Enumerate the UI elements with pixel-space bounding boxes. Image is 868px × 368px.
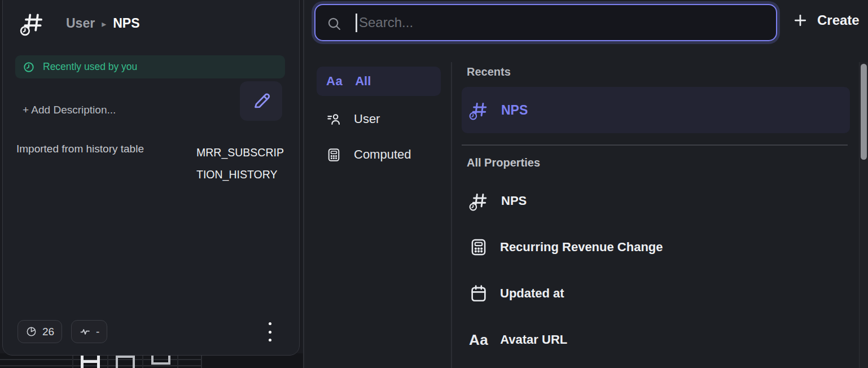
activity-icon bbox=[79, 326, 91, 338]
scrollbar-thumb[interactable] bbox=[861, 64, 867, 160]
column-icon bbox=[81, 356, 100, 368]
text-format-icon: Aa bbox=[326, 74, 343, 89]
tab-label: All bbox=[355, 74, 371, 89]
create-button-label: Create bbox=[817, 12, 860, 28]
table-line bbox=[107, 354, 108, 368]
calculator-icon bbox=[326, 147, 341, 163]
table-line bbox=[72, 354, 73, 368]
trend-chip[interactable]: - bbox=[71, 320, 107, 343]
tab-all[interactable]: Aa All bbox=[317, 67, 441, 96]
result-label: NPS bbox=[501, 194, 527, 208]
imported-from-label: Imported from history table bbox=[16, 143, 144, 155]
clock-icon bbox=[23, 61, 35, 73]
pie-chart-icon bbox=[25, 326, 37, 338]
scrollbar-track[interactable] bbox=[859, 62, 868, 368]
app-canvas: User ▸ NPS Recently used by you bbox=[0, 0, 868, 368]
text-aa-icon: Aa bbox=[469, 331, 488, 349]
add-description-button[interactable]: + Add Description... bbox=[23, 104, 116, 116]
card-header: User ▸ NPS bbox=[20, 10, 139, 36]
imported-table-value: MRR_SUBSCRIPTION_HISTORY bbox=[196, 142, 286, 186]
table-line bbox=[0, 365, 201, 366]
table-line bbox=[142, 354, 143, 368]
hash-clock-icon bbox=[20, 10, 46, 36]
column-icon bbox=[116, 356, 135, 368]
result-label: NPS bbox=[501, 103, 528, 118]
property-detail-card: User ▸ NPS Recently used by you bbox=[2, 0, 300, 356]
property-row-recurring-revenue-change[interactable]: Recurring Revenue Change bbox=[462, 233, 850, 262]
create-button[interactable]: Create bbox=[792, 12, 860, 29]
recently-used-label: Recently used by you bbox=[43, 61, 137, 73]
tab-user[interactable]: User bbox=[317, 104, 441, 134]
count-value: 26 bbox=[42, 326, 54, 338]
tabs-divider bbox=[451, 62, 452, 368]
calendar-icon bbox=[469, 284, 488, 303]
hash-clock-icon bbox=[469, 191, 489, 211]
breadcrumb-separator-icon: ▸ bbox=[102, 17, 106, 29]
result-label: Avatar URL bbox=[500, 332, 567, 347]
recent-item-nps[interactable]: NPS bbox=[462, 87, 850, 133]
search-input[interactable] bbox=[315, 5, 776, 40]
property-row-nps[interactable]: NPS bbox=[462, 186, 850, 216]
tab-label: User bbox=[354, 112, 380, 126]
property-search-modal: Create Aa All User bbox=[304, 0, 868, 368]
breadcrumb-current: NPS bbox=[113, 16, 139, 31]
pencil-icon bbox=[251, 91, 271, 111]
user-list-icon bbox=[326, 112, 341, 127]
search-bar bbox=[314, 4, 777, 41]
calculator-icon bbox=[469, 238, 488, 257]
table-line bbox=[0, 359, 201, 360]
recently-used-badge: Recently used by you bbox=[15, 55, 285, 78]
result-label: Updated at bbox=[500, 286, 564, 301]
recents-header: Recents bbox=[467, 65, 511, 78]
trend-value: - bbox=[96, 326, 99, 338]
results-divider bbox=[462, 144, 848, 146]
table-line bbox=[177, 354, 178, 368]
kebab-menu-icon[interactable] bbox=[265, 322, 274, 341]
tab-computed[interactable]: Computed bbox=[317, 140, 441, 169]
property-row-avatar-url[interactable]: Aa Avatar URL bbox=[462, 325, 850, 354]
hash-clock-icon bbox=[469, 100, 489, 120]
card-footer: 26 - bbox=[3, 320, 299, 343]
property-row-updated-at[interactable]: Updated at bbox=[462, 279, 850, 308]
breadcrumb-parent[interactable]: User bbox=[66, 16, 95, 31]
count-chip[interactable]: 26 bbox=[17, 320, 62, 343]
breadcrumb: User ▸ NPS bbox=[66, 16, 139, 31]
tab-label: Computed bbox=[354, 147, 411, 162]
result-label: Recurring Revenue Change bbox=[500, 240, 663, 255]
plus-icon bbox=[792, 12, 809, 29]
all-properties-header: All Properties bbox=[467, 156, 540, 169]
edit-description-button[interactable] bbox=[240, 81, 282, 121]
